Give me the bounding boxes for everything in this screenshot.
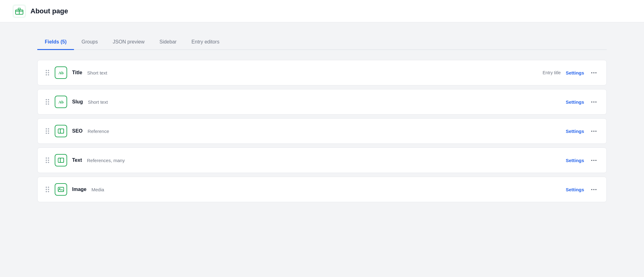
field-type: Short text — [88, 99, 108, 105]
field-type-icon — [55, 154, 67, 166]
field-type-icon: Ab — [55, 66, 67, 79]
drag-handle[interactable] — [45, 186, 50, 193]
app-header: About page — [0, 0, 644, 22]
field-name: Slug — [72, 99, 83, 105]
drag-handle[interactable] — [45, 128, 50, 134]
tab-fields[interactable]: Fields (5) — [37, 35, 74, 50]
tab-groups[interactable]: Groups — [74, 35, 105, 50]
field-type: Media — [91, 187, 104, 192]
more-options-button[interactable]: ··· — [589, 127, 599, 135]
field-name: SEO — [72, 128, 83, 134]
table-row: Text References, many Settings ··· — [37, 148, 607, 173]
drag-handle[interactable] — [45, 157, 50, 164]
field-type: Reference — [88, 129, 109, 134]
drag-handle[interactable] — [45, 69, 50, 76]
field-type-icon — [55, 183, 67, 196]
svg-rect-11 — [58, 187, 64, 192]
field-actions: Settings ··· — [566, 156, 599, 165]
field-type-icon: Ab — [55, 96, 67, 108]
more-options-button[interactable]: ··· — [589, 156, 599, 165]
fields-list: Ab Title Short text Entry title Settings… — [37, 60, 607, 202]
tab-json-preview[interactable]: JSON preview — [105, 35, 152, 50]
svg-text:Ab: Ab — [58, 70, 64, 75]
field-info: Slug Short text — [72, 99, 561, 105]
field-info: SEO Reference — [72, 128, 561, 134]
field-type: References, many — [87, 158, 125, 163]
tab-sidebar[interactable]: Sidebar — [152, 35, 184, 50]
field-actions: Settings ··· — [566, 69, 599, 77]
table-row: Ab Slug Short text Settings ··· — [37, 89, 607, 115]
settings-link[interactable]: Settings — [566, 187, 584, 192]
entry-title-badge: Entry title — [543, 70, 561, 75]
tab-nav: Fields (5) Groups JSON preview Sidebar E… — [37, 35, 607, 50]
field-type: Short text — [87, 70, 107, 75]
more-options-button[interactable]: ··· — [589, 69, 599, 77]
field-actions: Settings ··· — [566, 98, 599, 106]
svg-rect-9 — [60, 158, 64, 162]
field-info: Image Media — [72, 187, 561, 192]
drag-handle[interactable] — [45, 98, 50, 105]
field-name: Image — [72, 187, 86, 192]
table-row: Image Media Settings ··· — [37, 177, 607, 202]
settings-link[interactable]: Settings — [566, 129, 584, 134]
app-logo-icon — [12, 4, 26, 18]
settings-link[interactable]: Settings — [566, 158, 584, 163]
settings-link[interactable]: Settings — [566, 70, 584, 75]
more-options-button[interactable]: ··· — [589, 185, 599, 194]
field-type-icon — [55, 125, 67, 137]
more-options-button[interactable]: ··· — [589, 98, 599, 106]
table-row: SEO Reference Settings ··· — [37, 118, 607, 144]
field-name: Text — [72, 157, 82, 163]
field-actions: Settings ··· — [566, 127, 599, 135]
field-name: Title — [72, 70, 82, 75]
field-actions: Settings ··· — [566, 185, 599, 194]
tab-entry-editors[interactable]: Entry editors — [184, 35, 227, 50]
table-row: Ab Title Short text Entry title Settings… — [37, 60, 607, 85]
main-content: Fields (5) Groups JSON preview Sidebar E… — [0, 22, 644, 215]
svg-rect-6 — [60, 129, 64, 133]
field-info: Title Short text — [72, 70, 538, 75]
settings-link[interactable]: Settings — [566, 99, 584, 105]
field-info: Text References, many — [72, 157, 561, 163]
svg-text:Ab: Ab — [58, 100, 64, 104]
page-title: About page — [30, 7, 68, 15]
